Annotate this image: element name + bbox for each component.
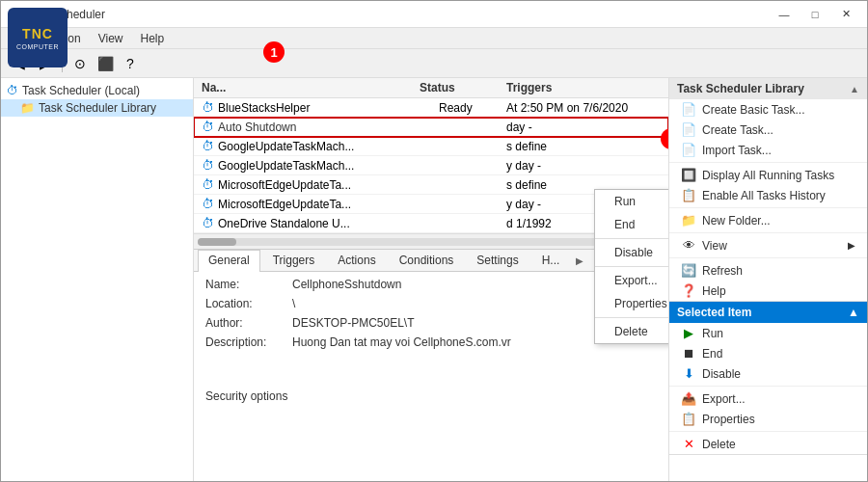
action-display-running[interactable]: 🔲 Display All Running Tasks (669, 165, 867, 185)
selected-item-section: Selected Item ▲ ▶ Run ⏹ End ⬇ Disable � (669, 302, 867, 455)
ctx-end[interactable]: End (595, 213, 669, 236)
toolbar-btn-3[interactable]: ? (120, 53, 141, 74)
action-import-task-label: Import Task... (702, 144, 772, 157)
enable-history-icon: 📋 (681, 188, 696, 202)
left-panel: ⏱ Task Scheduler (Local) 📁 Task Schedule… (1, 78, 194, 481)
action-view[interactable]: 👁 View ▶ (669, 235, 867, 255)
tab-triggers[interactable]: Triggers (262, 250, 326, 271)
menu-help[interactable]: Help (133, 30, 173, 47)
action-divider-2 (669, 207, 867, 208)
refresh-icon: 🔄 (681, 263, 696, 278)
selected-action-delete[interactable]: ✕ Delete (669, 434, 867, 454)
sel-delete-icon: ✕ (681, 437, 696, 451)
ctx-divider-2 (595, 266, 669, 267)
task-name-google-2: GoogleUpdateTaskMach... (218, 159, 439, 173)
action-new-folder[interactable]: 📁 New Folder... (669, 210, 867, 230)
action-create-basic[interactable]: 📄 Create Basic Task... (669, 99, 867, 120)
field-name-row: Name: CellphoneSshutdown (205, 278, 657, 291)
right-panel: Task Scheduler Library ▲ 📄 Create Basic … (669, 78, 867, 481)
toolbar-btn-1[interactable]: ⊙ (69, 53, 91, 74)
col-header-status: Status (420, 81, 487, 94)
menu-bar: File Action View Help (1, 28, 867, 49)
action-enable-history[interactable]: 📋 Enable All Tasks History (669, 185, 867, 205)
tab-settings[interactable]: Settings (466, 250, 529, 271)
selected-action-disable[interactable]: ⬇ Disable (669, 363, 867, 384)
sel-delete-label: Delete (702, 438, 736, 451)
sel-divider-2 (669, 431, 867, 432)
task-icon-bluestacks: ⏱ (202, 100, 214, 115)
tree-label-local: Task Scheduler (Local) (22, 84, 140, 97)
selected-action-end[interactable]: ⏹ End (669, 343, 867, 363)
selected-action-properties[interactable]: 📋 Properties (669, 409, 867, 429)
display-running-icon: 🔲 (681, 168, 696, 182)
sel-run-icon: ▶ (681, 326, 696, 340)
menu-view[interactable]: View (91, 30, 131, 47)
maximize-button[interactable]: □ (801, 5, 828, 24)
field-location-row: Location: \ (205, 297, 657, 310)
action-help-label: Help (702, 284, 726, 298)
tab-more-button[interactable]: ▶ (572, 250, 587, 271)
ctx-export[interactable]: Export... (595, 269, 669, 292)
actions-main-header[interactable]: Task Scheduler Library ▲ (669, 78, 867, 99)
badge-1: 1 (263, 41, 285, 63)
actions-main-section: Task Scheduler Library ▲ 📄 Create Basic … (669, 78, 867, 302)
tab-actions[interactable]: Actions (327, 250, 386, 271)
minimize-button[interactable]: — (771, 5, 798, 24)
context-menu: Run End Disable Export... Properties Del… (594, 189, 669, 344)
tree-icon-local: ⏱ (7, 84, 18, 97)
collapse-selected-icon: ▲ (848, 306, 859, 319)
field-description-row: Description: Huong Dan tat may voi Cellp… (205, 335, 657, 384)
sel-export-icon: 📤 (681, 391, 696, 406)
task-row-auto-shutdown[interactable]: ⏱ Auto Shutdown day - 2 (194, 118, 668, 137)
selected-section-header[interactable]: Selected Item ▲ (669, 302, 867, 323)
task-row-google-2[interactable]: ⏱ GoogleUpdateTaskMach... y day - (194, 156, 668, 175)
tab-history[interactable]: H... (531, 250, 571, 271)
col-header-name: Na... (202, 81, 400, 94)
action-help[interactable]: ❓ Help (669, 281, 867, 301)
sel-end-label: End (702, 347, 722, 361)
task-icon-google-2: ⏱ (202, 158, 214, 173)
action-import-task[interactable]: 📄 Import Task... (669, 140, 867, 160)
action-divider-1 (669, 162, 867, 163)
action-refresh[interactable]: 🔄 Refresh (669, 260, 867, 281)
selected-action-export[interactable]: 📤 Export... (669, 388, 867, 409)
view-icon: 👁 (681, 238, 696, 253)
new-folder-icon: 📁 (681, 213, 696, 228)
tree-item-local[interactable]: ⏱ Task Scheduler (Local) (1, 82, 193, 99)
task-trigger-google-1: s define (506, 140, 661, 153)
selected-action-run[interactable]: ▶ Run (669, 323, 867, 343)
scroll-thumb[interactable] (198, 238, 236, 246)
task-row-bluestacks[interactable]: ⏱ BlueStacksHelper Ready At 2:50 PM on 7… (194, 98, 668, 118)
tab-conditions[interactable]: Conditions (389, 250, 465, 271)
task-name-bluestacks: BlueStacksHelper (218, 101, 439, 115)
ctx-divider-1 (595, 238, 669, 239)
security-label: Security options (205, 389, 657, 403)
ctx-delete[interactable]: Delete (595, 320, 669, 343)
main-content: ⏱ Task Scheduler (Local) 📁 Task Schedule… (1, 78, 867, 481)
selected-section-title: Selected Item (677, 306, 751, 319)
sel-properties-icon: 📋 (681, 412, 696, 426)
ctx-run[interactable]: Run (595, 190, 669, 213)
task-name-onedrive: OneDrive Standalone U... (218, 217, 439, 230)
author-label: Author: (205, 316, 292, 330)
action-create-task-label: Create Task... (702, 123, 773, 137)
task-icon-auto-shutdown: ⏱ (202, 120, 214, 134)
ctx-disable[interactable]: Disable (595, 241, 669, 264)
location-label: Location: (205, 297, 292, 310)
close-button[interactable]: ✕ (832, 5, 859, 24)
ctx-properties[interactable]: Properties (595, 292, 669, 315)
task-icon-edge-1: ⏱ (202, 177, 214, 192)
tree-item-library[interactable]: 📁 Task Scheduler Library (1, 99, 193, 117)
sel-disable-label: Disable (702, 367, 741, 381)
tab-general[interactable]: General (198, 250, 260, 272)
task-trigger-auto-shutdown: day - (506, 120, 661, 134)
title-bar: ⏱ Task Scheduler — □ ✕ (1, 1, 867, 28)
tree-label-library: Task Scheduler Library (39, 101, 156, 115)
tnc-text: TNC (22, 26, 53, 41)
field-author-row: Author: DESKTOP-PMC50EL\T (205, 316, 657, 330)
toolbar-btn-2[interactable]: ⬛ (95, 53, 116, 74)
task-icon-edge-2: ⏱ (202, 197, 214, 211)
action-create-task[interactable]: 📄 Create Task... (669, 120, 867, 140)
description-label: Description: (205, 335, 292, 349)
task-row-google-1[interactable]: ⏱ GoogleUpdateTaskMach... s define (194, 137, 668, 156)
